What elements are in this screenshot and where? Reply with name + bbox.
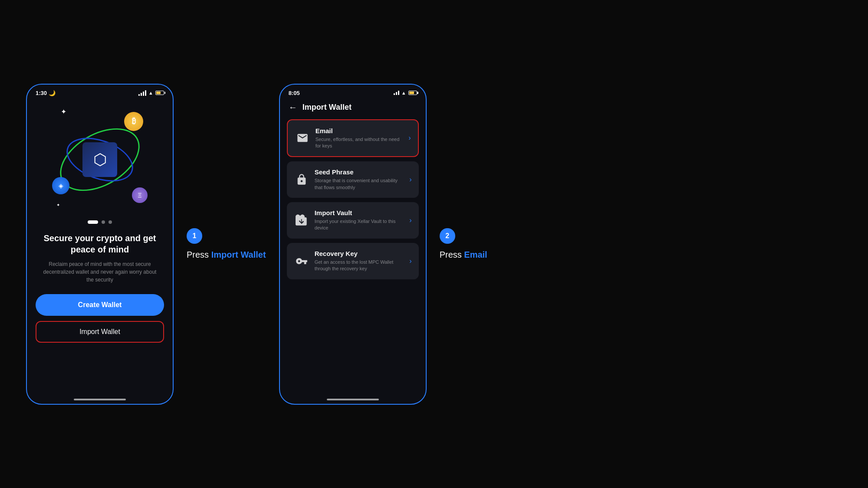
step-2-text: Press Email bbox=[440, 250, 487, 260]
wallet-cube: ⬡ bbox=[82, 142, 117, 177]
hero-illustration: ⬡ ₿ Ξ ◈ ✦ ✦ ✦ bbox=[48, 103, 152, 216]
step-1-text: Press Import Wallet bbox=[187, 250, 266, 260]
recovery-key-content: Recovery Key Get an access to the lost M… bbox=[315, 250, 406, 272]
step-2-instruction: 2 Press Email bbox=[427, 228, 500, 260]
status-bar-2: 8:05 ▲ bbox=[280, 85, 426, 99]
battery-icon-2 bbox=[408, 91, 417, 95]
bitcoin-coin: ₿ bbox=[124, 112, 143, 131]
main-layout: 1:30 🌙 ▲ bbox=[0, 0, 868, 488]
time-display-1: 1:30 bbox=[36, 90, 47, 96]
screen-title: Import Wallet bbox=[302, 103, 352, 112]
moon-icon: 🌙 bbox=[49, 90, 56, 96]
recovery-key-title: Recovery Key bbox=[315, 250, 406, 257]
wifi-icon-2: ▲ bbox=[401, 90, 406, 95]
phone1-body: ⬡ ₿ Ξ ◈ ✦ ✦ ✦ Secure your crypto and get… bbox=[27, 99, 173, 396]
step-2-prefix: Press bbox=[440, 250, 464, 259]
recovery-key-icon bbox=[294, 253, 309, 269]
blue-coin: ◈ bbox=[52, 177, 69, 194]
seed-phrase-title: Seed Phrase bbox=[315, 168, 406, 176]
dot-3 bbox=[108, 220, 112, 224]
step-1-circle: 1 bbox=[187, 228, 202, 244]
status-left-1: 1:30 🌙 bbox=[36, 90, 56, 96]
email-option[interactable]: Email Secure, effortless, and without th… bbox=[287, 119, 419, 157]
import-wallet-header: ← Import Wallet bbox=[280, 99, 426, 119]
seed-phrase-chevron: › bbox=[409, 176, 411, 183]
step-2-circle: 2 bbox=[440, 228, 455, 244]
phone-screen-1: 1:30 🌙 ▲ bbox=[26, 84, 174, 405]
email-title: Email bbox=[316, 127, 405, 134]
signal-icon-2 bbox=[394, 91, 399, 95]
wifi-icon: ▲ bbox=[148, 90, 153, 95]
onboarding-subtext: Reclaim peace of mind with the most secu… bbox=[36, 260, 164, 284]
step-1-prefix: Press bbox=[187, 250, 211, 259]
home-indicator-2 bbox=[327, 399, 379, 400]
email-content: Email Secure, effortless, and without th… bbox=[316, 127, 405, 150]
dot-2 bbox=[102, 220, 105, 224]
seed-phrase-icon bbox=[294, 172, 309, 187]
status-bar-1: 1:30 🌙 ▲ bbox=[27, 85, 173, 99]
recovery-key-chevron: › bbox=[409, 257, 411, 265]
home-indicator-1 bbox=[74, 399, 126, 400]
sparkle-1: ✦ bbox=[61, 108, 66, 116]
import-vault-title: Import Vault bbox=[315, 209, 406, 216]
status-right-2: ▲ bbox=[394, 90, 417, 95]
import-vault-option[interactable]: Import Vault Import your existing Xellar… bbox=[287, 202, 419, 239]
signal-icon bbox=[138, 90, 146, 96]
step-1-instruction: 1 Press Import Wallet bbox=[174, 228, 279, 260]
import-vault-content: Import Vault Import your existing Xellar… bbox=[315, 209, 406, 232]
recovery-key-desc: Get an access to the lost MPC Wallet thr… bbox=[315, 259, 406, 272]
status-time-2: 8:05 bbox=[289, 90, 300, 96]
page-dots bbox=[88, 220, 112, 224]
create-wallet-button[interactable]: Create Wallet bbox=[36, 294, 164, 316]
import-vault-icon bbox=[294, 213, 309, 228]
seed-phrase-desc: Storage that is convenient and usability… bbox=[315, 177, 406, 191]
time-display-2: 8:05 bbox=[289, 90, 300, 96]
seed-phrase-option[interactable]: Seed Phrase Storage that is convenient a… bbox=[287, 161, 419, 198]
step-2-highlight: Email bbox=[464, 250, 487, 259]
onboarding-headline: Secure your crypto and get peace of mind bbox=[36, 233, 164, 255]
seed-phrase-content: Seed Phrase Storage that is convenient a… bbox=[315, 168, 406, 191]
email-icon bbox=[295, 130, 310, 146]
battery-icon bbox=[155, 91, 164, 95]
recovery-key-option[interactable]: Recovery Key Get an access to the lost M… bbox=[287, 243, 419, 279]
import-vault-chevron: › bbox=[409, 216, 411, 224]
import-wallet-button[interactable]: Import Wallet bbox=[36, 321, 164, 343]
crypto-art: ⬡ ₿ Ξ ◈ ✦ ✦ ✦ bbox=[48, 103, 152, 216]
phone-screen-2: 8:05 ▲ ← Import Wallet bbox=[279, 84, 427, 405]
ethereum-coin: Ξ bbox=[132, 187, 148, 203]
dot-1 bbox=[88, 220, 98, 224]
import-vault-desc: Import your existing Xellar Vault to thi… bbox=[315, 218, 406, 232]
cube-icon: ⬡ bbox=[93, 151, 107, 169]
email-desc: Secure, effortless, and without the need… bbox=[316, 136, 405, 150]
back-button[interactable]: ← bbox=[289, 102, 297, 112]
step-1-highlight: Import Wallet bbox=[211, 250, 266, 259]
import-options-list: Email Secure, effortless, and without th… bbox=[280, 119, 426, 279]
status-right-1: ▲ bbox=[138, 90, 164, 96]
email-chevron: › bbox=[408, 134, 411, 142]
sparkle-3: ✦ bbox=[56, 203, 60, 207]
